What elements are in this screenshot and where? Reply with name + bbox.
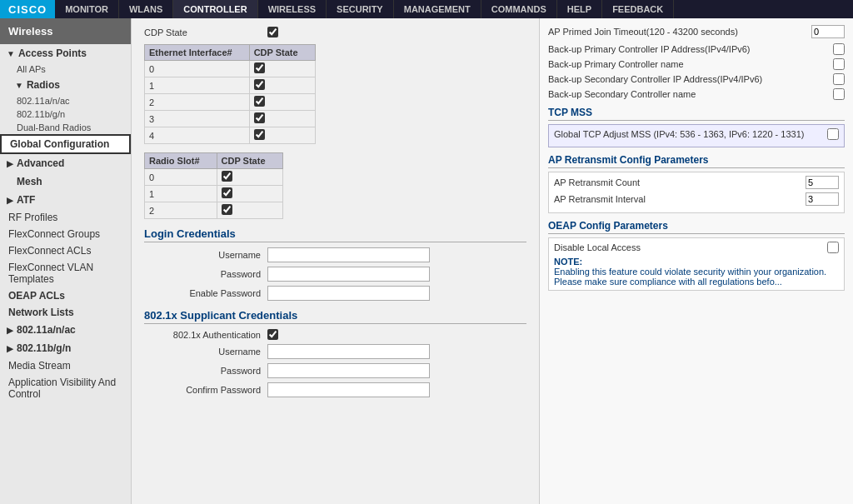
radio-slot-0: 0 — [145, 169, 217, 186]
table-row: 2 — [145, 94, 316, 111]
dot1x-auth-checkbox[interactable] — [267, 329, 278, 340]
sidebar-atf-label: ATF — [17, 194, 35, 206]
password-input[interactable] — [267, 267, 430, 282]
ap-retransmit-count-label: AP Retransmit Count — [554, 177, 802, 187]
radio-cdp-checkbox-2[interactable] — [222, 204, 232, 215]
chevron-down-icon: ▼ — [7, 49, 15, 58]
sidebar-item-flexconnect-groups[interactable]: FlexConnect Groups — [0, 226, 131, 242]
backup-secondary-name-checkbox[interactable] — [833, 88, 845, 100]
eth-cdp-checkbox-4[interactable] — [254, 129, 265, 140]
nav-controller[interactable]: CONTROLLER — [173, 0, 257, 18]
ap-retransmit-interval-row: AP Retransmit Interval — [554, 192, 839, 206]
eth-interface-2: 2 — [145, 94, 250, 111]
oeap-note-body: Enabling this feature could violate secu… — [554, 267, 839, 287]
supplicant-credentials-title: 802.1x Supplicant Credentials — [144, 309, 526, 324]
tcp-mss-checkbox[interactable] — [827, 128, 839, 140]
sidebar-item-80211bgn-group[interactable]: ▶ 802.11b/g/n — [0, 339, 131, 357]
ap-retransmit-interval-input[interactable] — [806, 192, 839, 206]
eth-interface-0: 0 — [145, 61, 250, 77]
eth-cdp-checkbox-2[interactable] — [254, 96, 265, 107]
dot1x-auth-label: 802.1x Authentication — [144, 330, 261, 340]
ap-retransmit-section: AP Retransmit Count AP Retransmit Interv… — [548, 172, 845, 213]
table-row: 0 — [145, 61, 316, 77]
nav-wireless[interactable]: WIRELESS — [258, 0, 327, 18]
table-row: 1 — [145, 77, 316, 94]
sidebar-access-points-label: Access Points — [18, 47, 87, 59]
radio-cdp-checkbox-1[interactable] — [222, 187, 232, 198]
sidebar-item-80211anac[interactable]: 802.11a/n/ac — [0, 94, 131, 107]
backup-secondary-name-label: Back-up Secondary Controller name — [548, 89, 830, 99]
tcp-mss-section: Global TCP Adjust MSS (IPv4: 536 - 1363,… — [548, 124, 845, 147]
sidebar-item-radios[interactable]: ▼ Radios — [0, 76, 131, 94]
sidebar-item-flexconnect-acls[interactable]: FlexConnect ACLs — [0, 242, 131, 259]
sidebar-item-flexconnect-vlan[interactable]: FlexConnect VLAN Templates — [0, 259, 131, 287]
sidebar-item-80211bgn[interactable]: 802.11b/g/n — [0, 107, 131, 121]
oeap-note-label: NOTE: — [554, 257, 839, 267]
sidebar-item-network-lists[interactable]: Network Lists — [0, 304, 131, 321]
dot1x-password-label: Password — [144, 366, 261, 376]
backup-primary-name-checkbox[interactable] — [833, 58, 845, 70]
backup-secondary-name-row: Back-up Secondary Controller name — [548, 88, 845, 100]
radio-cdp-checkbox-0[interactable] — [222, 171, 232, 182]
sidebar-item-access-points[interactable]: ▼ Access Points — [0, 44, 131, 62]
sidebar-radios-label: Radios — [27, 79, 60, 91]
username-input[interactable] — [267, 247, 430, 262]
cdp-state-checkbox[interactable] — [267, 27, 278, 37]
dot1x-username-row: Username — [144, 344, 526, 359]
sidebar-item-dual-band[interactable]: Dual-Band Radios — [0, 121, 131, 134]
sidebar-advanced-label: Advanced — [17, 157, 64, 169]
backup-secondary-ip-label: Back-up Secondary Controller IP Address(… — [548, 74, 830, 84]
sidebar-item-media-stream[interactable]: Media Stream — [0, 357, 131, 374]
cdp-state-label: CDP State — [144, 27, 211, 37]
backup-primary-ip-checkbox[interactable] — [833, 43, 845, 55]
eth-cdp-3 — [249, 111, 315, 127]
disable-local-access-checkbox[interactable] — [827, 242, 839, 253]
sidebar-item-all-aps[interactable]: All APs — [0, 62, 131, 76]
backup-primary-ip-label: Back-up Primary Controller IP Address(IP… — [548, 44, 830, 54]
sidebar-item-atf[interactable]: ▶ ATF — [0, 191, 131, 209]
chevron-right-advanced-icon: ▶ — [7, 159, 13, 168]
eth-cdp-checkbox-3[interactable] — [254, 112, 265, 123]
ap-retransmit-count-input[interactable] — [806, 176, 839, 189]
eth-interface-4: 4 — [145, 127, 250, 144]
sidebar-item-mesh[interactable]: ▶ Mesh — [0, 172, 131, 191]
sidebar-item-80211anac-group[interactable]: ▶ 802.11a/n/ac — [0, 321, 131, 339]
nav-commands[interactable]: COMMANDS — [481, 0, 557, 18]
nav-feedback[interactable]: FEEDBACK — [602, 0, 674, 18]
radio-cdp-2 — [217, 202, 282, 219]
ap-retransmit-title: AP Retransmit Config Parameters — [548, 154, 845, 168]
nav-menu: MONITOR WLANs CONTROLLER WIRELESS SECURI… — [55, 0, 674, 18]
radio-slot-1: 1 — [145, 186, 217, 202]
enable-password-input[interactable] — [267, 286, 430, 301]
eth-cdp-checkbox-1[interactable] — [254, 79, 265, 90]
sidebar-mesh-label: Mesh — [17, 176, 42, 187]
ethernet-interface-table: Ethernet Interface# CDP State 0 1 2 — [144, 44, 316, 144]
backup-secondary-ip-checkbox[interactable] — [833, 73, 845, 85]
nav-help[interactable]: HELP — [557, 0, 602, 18]
radio-slot-table: Radio Slot# CDP State 0 1 2 — [144, 152, 283, 219]
eth-cdp-0 — [249, 61, 315, 77]
nav-security[interactable]: SECURITY — [327, 0, 394, 18]
dot1x-confirm-password-input[interactable] — [267, 382, 430, 397]
nav-management[interactable]: MANAGEMENT — [394, 0, 481, 18]
eth-interface-3: 3 — [145, 111, 250, 127]
ap-primed-join-input[interactable] — [811, 25, 845, 38]
sidebar-item-global-config[interactable]: Global Configuration — [0, 134, 131, 154]
dot1x-username-input[interactable] — [267, 344, 430, 359]
radio-cdp-0 — [217, 169, 282, 186]
sidebar-item-rf-profiles[interactable]: RF Profiles — [0, 209, 131, 226]
sidebar-item-advanced[interactable]: ▶ Advanced — [0, 154, 131, 172]
nav-wlans[interactable]: WLANs — [119, 0, 173, 18]
ap-retransmit-count-row: AP Retransmit Count — [554, 176, 839, 189]
backup-secondary-ip-row: Back-up Secondary Controller IP Address(… — [548, 73, 845, 85]
sidebar-item-oeap-acls[interactable]: OEAP ACLs — [0, 287, 131, 304]
radio-slot-header: Radio Slot# — [145, 153, 217, 169]
eth-cdp-checkbox-0[interactable] — [254, 62, 265, 73]
sidebar-item-app-visibility[interactable]: Application Visibility And Control — [0, 374, 131, 402]
nav-monitor[interactable]: MONITOR — [55, 0, 119, 18]
password-row: Password — [144, 267, 526, 282]
ap-primed-join-label: AP Primed Join Timeout(120 - 43200 secon… — [548, 27, 808, 37]
eth-cdp-4 — [249, 127, 315, 144]
dot1x-password-input[interactable] — [267, 363, 430, 378]
radio-slot-2: 2 — [145, 202, 217, 219]
